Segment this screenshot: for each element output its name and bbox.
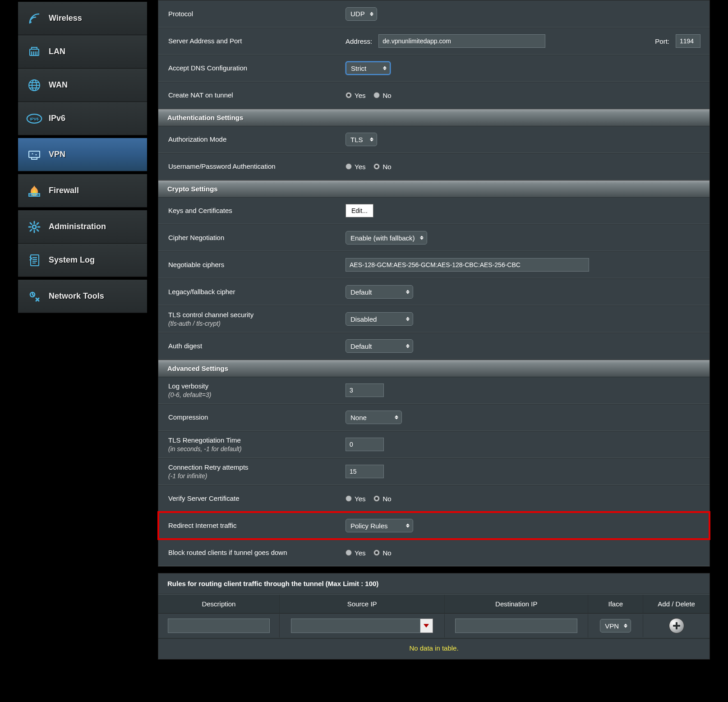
dropdown-caret-icon (406, 317, 410, 321)
label-server-address: Server Address and Port (158, 37, 346, 46)
network-tools-icon (26, 288, 42, 305)
row-log-verbosity: Log verbosity (0-6, default=3) (158, 377, 710, 404)
label-keys-certs: Keys and Certificates (158, 206, 346, 215)
row-conn-retry: Connection Retry attempts (-1 for infini… (158, 458, 710, 485)
neg-ciphers-input[interactable] (346, 258, 589, 272)
row-accept-dns: Accept DNS Configuration Strict (158, 55, 710, 82)
label-userpass-auth: Username/Password Authentication (158, 162, 346, 171)
dropdown-caret-icon (406, 344, 410, 348)
sidebar-item-vpn[interactable]: VPN (18, 138, 147, 171)
legacy-cipher-dropdown[interactable]: Default (346, 285, 413, 299)
create-nat-no[interactable]: No (373, 92, 391, 99)
block-routed-radio-group: Yes No (346, 549, 392, 557)
dropdown-caret-icon (624, 624, 627, 628)
create-nat-yes[interactable]: Yes (346, 92, 365, 99)
row-verify-cert: Verify Server Certificate Yes No (158, 485, 710, 512)
sidebar-item-system-log[interactable]: System Log (18, 244, 147, 277)
auth-mode-dropdown[interactable]: TLS (346, 133, 377, 146)
label-port: Port: (655, 37, 669, 45)
sidebar: Wireless LAN WAN IPV6 IPv6 VPN (18, 0, 147, 660)
cipher-neg-dropdown[interactable]: Enable (with fallback) (346, 231, 427, 245)
svg-rect-9 (31, 255, 39, 266)
label-conn-retry: Connection Retry attempts (-1 for infini… (158, 463, 346, 480)
label-cipher-neg: Cipher Negotiation (158, 233, 346, 242)
source-ip-picker-button[interactable] (420, 619, 433, 633)
sidebar-item-wan[interactable]: WAN (18, 69, 147, 102)
label-redirect-traffic: Redirect Internet traffic (158, 521, 346, 530)
sidebar-item-ipv6[interactable]: IPV6 IPv6 (18, 102, 147, 135)
sidebar-item-network-tools[interactable]: Network Tools (18, 280, 147, 313)
auth-digest-dropdown[interactable]: Default (346, 339, 413, 353)
label-log-verbosity: Log verbosity (0-6, default=3) (158, 382, 346, 399)
log-verbosity-input[interactable] (346, 383, 384, 397)
label-compression: Compression (158, 413, 346, 422)
userpass-auth-no[interactable]: No (373, 163, 391, 171)
svg-point-8 (32, 225, 36, 229)
firewall-icon (26, 183, 42, 199)
row-keys-certs: Keys and Certificates Edit... (158, 197, 710, 224)
sidebar-item-administration[interactable]: Administration (18, 210, 147, 244)
col-header-add-delete: Add / Delete (643, 595, 710, 613)
row-protocol: Protocol UDP (158, 0, 710, 28)
dropdown-caret-icon (370, 12, 373, 16)
rules-panel: Rules for routing client traffic through… (158, 573, 710, 660)
sidebar-item-label: IPv6 (49, 114, 65, 123)
section-crypto: Crypto Settings (158, 180, 710, 197)
verify-cert-no[interactable]: No (373, 495, 391, 503)
block-routed-no[interactable]: No (373, 549, 391, 557)
row-compression: Compression None (158, 404, 710, 431)
edit-keys-button[interactable]: Edit... (346, 204, 373, 217)
wan-icon (26, 77, 42, 93)
label-block-routed: Block routed clients if tunnel goes down (158, 548, 346, 557)
add-rule-button[interactable] (669, 618, 684, 633)
userpass-auth-yes[interactable]: Yes (346, 163, 365, 171)
row-auth-mode: Authorization Mode TLS (158, 126, 710, 153)
tls-reneg-input[interactable] (346, 438, 384, 451)
label-neg-ciphers: Negotiable ciphers (158, 260, 346, 269)
label-address: Address: (346, 37, 372, 45)
accept-dns-dropdown[interactable]: Strict (346, 61, 391, 75)
label-create-nat: Create NAT on tunnel (158, 91, 346, 100)
sidebar-item-lan[interactable]: LAN (18, 35, 147, 69)
server-address-input[interactable] (378, 34, 545, 48)
sidebar-item-label: LAN (49, 47, 65, 56)
sidebar-item-firewall[interactable]: Firewall (18, 174, 147, 208)
label-accept-dns: Accept DNS Configuration (158, 64, 346, 73)
create-nat-radio-group: Yes No (346, 92, 392, 99)
col-header-destination-ip: Destination IP (445, 595, 588, 613)
rule-source-ip-input[interactable] (291, 619, 420, 633)
rule-description-input[interactable] (168, 619, 270, 633)
svg-rect-6 (29, 151, 40, 157)
userpass-auth-radio-group: Yes No (346, 163, 392, 171)
rules-header-row: Description Source IP Destination IP Ifa… (158, 594, 710, 614)
tls-ctrl-dropdown[interactable]: Disabled (346, 312, 413, 326)
sidebar-item-label: Network Tools (49, 291, 104, 301)
dropdown-caret-icon (406, 290, 410, 294)
sidebar-item-label: VPN (49, 150, 65, 159)
col-header-iface: Iface (588, 595, 643, 613)
server-port-input[interactable] (676, 34, 700, 48)
conn-retry-input[interactable] (346, 465, 384, 478)
protocol-dropdown[interactable]: UDP (346, 7, 377, 21)
row-tls-ctrl: TLS control channel security (tls-auth /… (158, 305, 710, 333)
row-auth-digest: Auth digest Default (158, 333, 710, 360)
row-cipher-neg: Cipher Negotiation Enable (with fallback… (158, 224, 710, 251)
compression-dropdown[interactable]: None (346, 411, 402, 424)
rule-iface-dropdown[interactable]: VPN (600, 619, 631, 633)
verify-cert-yes[interactable]: Yes (346, 495, 365, 503)
vpn-icon (26, 147, 42, 163)
settings-panel: Protocol UDP Server Address and Port Add… (158, 0, 710, 567)
label-protocol: Protocol (158, 9, 346, 18)
sidebar-item-label: Firewall (49, 186, 79, 195)
rules-nodata: No data in table. (158, 638, 710, 659)
dropdown-caret-icon (370, 138, 373, 142)
block-routed-yes[interactable]: Yes (346, 549, 365, 557)
rule-destination-ip-input[interactable] (455, 619, 577, 633)
sidebar-item-label: Wireless (49, 14, 82, 23)
ipv6-icon: IPV6 (26, 111, 42, 127)
label-tls-reneg: TLS Renegotiation Time (in seconds, -1 f… (158, 436, 346, 453)
row-neg-ciphers: Negotiable ciphers (158, 251, 710, 278)
verify-cert-radio-group: Yes No (346, 495, 392, 503)
redirect-traffic-dropdown[interactable]: Policy Rules (346, 519, 413, 532)
sidebar-item-wireless[interactable]: Wireless (18, 2, 147, 35)
